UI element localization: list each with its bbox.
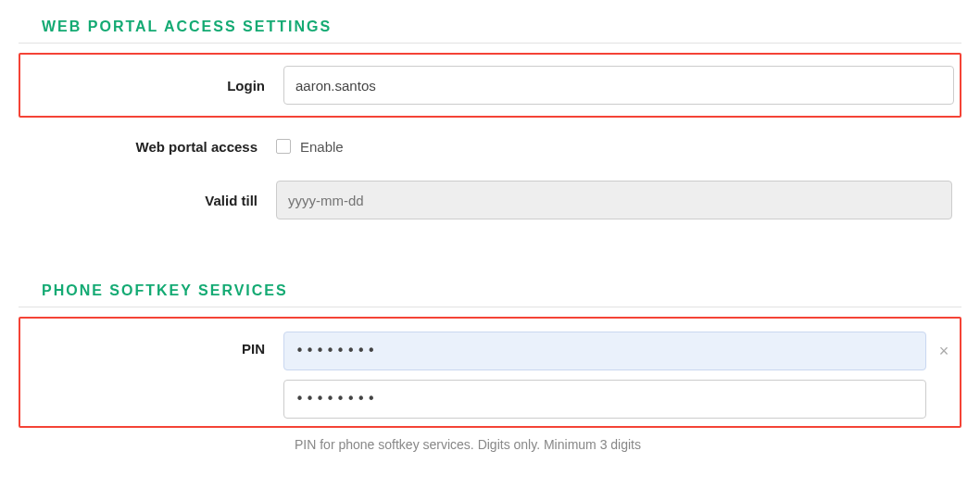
- login-label: Login: [26, 78, 283, 94]
- valid-till-row: Valid till: [19, 173, 961, 227]
- enable-checkbox-wrap: Enable: [276, 139, 344, 155]
- login-highlight-box: Login: [19, 53, 961, 118]
- pin-input-row: ×: [283, 332, 954, 370]
- pin-label: PIN: [26, 332, 283, 357]
- pin-confirm-input[interactable]: [283, 380, 926, 419]
- pin-confirm-input-row: [283, 380, 954, 419]
- login-input[interactable]: [283, 66, 954, 105]
- pin-row: PIN ×: [26, 322, 954, 422]
- valid-till-input[interactable]: [276, 181, 952, 219]
- login-row: Login: [26, 58, 954, 112]
- pin-input[interactable]: [283, 332, 926, 370]
- section-title-phone-softkey: PHONE SOFTKEY SERVICES: [19, 273, 961, 307]
- web-access-field-col: Enable: [276, 139, 952, 155]
- pin-group: ×: [283, 332, 954, 419]
- valid-till-field-col: [276, 181, 952, 219]
- section-title-web-portal: WEB PORTAL ACCESS SETTINGS: [19, 9, 961, 44]
- login-field-col: [283, 66, 954, 105]
- web-access-label: Web portal access: [19, 139, 276, 155]
- valid-till-label: Valid till: [19, 193, 276, 208]
- pin-highlight-box: PIN ×: [19, 317, 961, 428]
- clear-pin-icon[interactable]: ×: [934, 342, 954, 361]
- enable-checkbox[interactable]: [276, 139, 291, 154]
- pin-help-text: PIN for phone softkey services. Digits o…: [19, 430, 961, 452]
- web-access-row: Web portal access Enable: [19, 119, 961, 173]
- enable-checkbox-label: Enable: [300, 139, 344, 155]
- pin-field-col: ×: [283, 332, 954, 419]
